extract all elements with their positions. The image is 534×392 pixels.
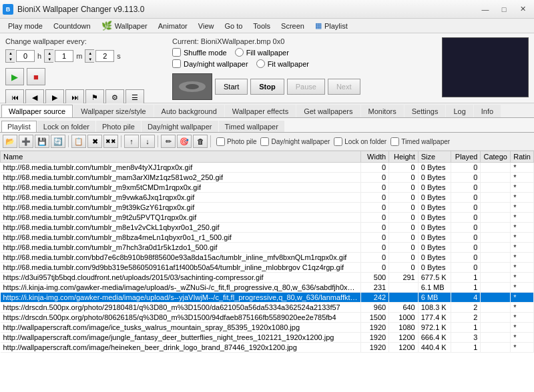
fill-wallpaper-radio[interactable]	[235, 48, 244, 57]
pl-edit-button[interactable]: ✏	[161, 135, 176, 148]
pause-button[interactable]: Pause	[287, 79, 325, 95]
pl-add-button[interactable]: ➕	[19, 135, 33, 148]
table-cell: http://68.media.tumblr.com/9d9bb319e5860…	[1, 263, 361, 273]
menu-countdown[interactable]: Countdown	[48, 19, 96, 33]
pl-up-button[interactable]: ↑	[124, 135, 139, 148]
hours-up[interactable]: ▲	[6, 50, 15, 56]
minutes-up[interactable]: ▲	[45, 50, 54, 56]
tab2-playlist[interactable]: Playlist	[1, 121, 37, 132]
table-row[interactable]: http://68.media.tumblr.com/tumblr_mam3ar…	[1, 173, 534, 183]
pl-lock-folder-cb[interactable]: Lock on folder	[334, 137, 386, 146]
table-row[interactable]: http://wallpaperscraft.com/image/jungle_…	[1, 333, 534, 343]
table-row[interactable]: http://68.media.tumblr.com/tumblr_m9t39k…	[1, 203, 534, 213]
shuffle-mode-checkbox[interactable]	[172, 48, 181, 57]
stop-small-button[interactable]: ■	[27, 68, 45, 85]
table-row[interactable]: https://i.kinja-img.com/gawker-media/ima…	[1, 293, 534, 303]
pl-open-button[interactable]: 📂	[3, 135, 17, 148]
table-row[interactable]: http://68.media.tumblr.com/tumblr_m9t2u5…	[1, 213, 534, 223]
tab2-lock-on-folder[interactable]: Lock on folder	[37, 121, 95, 132]
hours-down[interactable]: ▼	[6, 56, 15, 62]
seconds-down[interactable]: ▼	[85, 56, 95, 62]
tab2-timed-wallpaper[interactable]: Timed wallpaper	[219, 121, 284, 132]
col-header-categ[interactable]: Catego	[481, 151, 511, 163]
table-row[interactable]: https://d3ui957tjb5bqd.cloudfront.net/up…	[1, 273, 534, 283]
pl-copy-button[interactable]: 📋	[71, 135, 86, 148]
table-row[interactable]: https://i.kinja-img.com/gawker-media/ima…	[1, 283, 534, 293]
table-row[interactable]: http://68.media.tumblr.com/tumblr_m8e1v2…	[1, 223, 534, 233]
table-row[interactable]: http://68.media.tumblr.com/tumblr_m7hch3…	[1, 243, 534, 253]
minutes-input[interactable]	[55, 50, 73, 62]
tab2-day-night[interactable]: Day/night wallpaper	[142, 121, 218, 132]
table-row[interactable]: http://68.media.tumblr.com/9d9bb319e5860…	[1, 263, 534, 273]
table-row[interactable]: https://drscdn.500px.org/photo/29180481/…	[1, 303, 534, 313]
tab-auto-bg[interactable]: Auto background	[154, 105, 224, 117]
table-cell: 0	[389, 253, 419, 263]
tab-settings[interactable]: Settings	[405, 105, 446, 117]
menu-wallpaper[interactable]: 🌿 Wallpaper	[96, 19, 153, 33]
pl-remove-button[interactable]: ✖	[87, 135, 102, 148]
hours-input[interactable]	[16, 50, 35, 62]
day-night-checkbox[interactable]	[172, 59, 181, 68]
table-cell: 0	[451, 183, 481, 193]
menu-animator[interactable]: Animator	[153, 19, 193, 33]
fit-wallpaper-label[interactable]: Fit wallpaper	[256, 59, 309, 68]
day-night-label[interactable]: Day/night wallpaper	[172, 59, 248, 68]
col-header-rating[interactable]: Ratin	[511, 151, 534, 163]
menu-play-mode[interactable]: Play mode	[3, 19, 48, 33]
col-header-width[interactable]: Width	[361, 151, 389, 163]
shuffle-mode-label[interactable]: Shuffle mode	[172, 48, 227, 57]
seconds-spinner[interactable]: ▲ ▼	[85, 49, 94, 63]
maximize-button[interactable]: □	[495, 3, 513, 16]
pl-delete-button[interactable]: 🗑	[193, 135, 208, 148]
table-row[interactable]: http://wallpaperscraft.com/image/heineke…	[1, 343, 534, 353]
table-row[interactable]: http://68.media.tumblr.com/tumblr_m8bza4…	[1, 233, 534, 243]
tab2-photo-pile[interactable]: Photo pile	[96, 121, 141, 132]
table-row[interactable]: http://68.media.tumblr.com/tumblr_m9xm5t…	[1, 183, 534, 193]
table-row[interactable]: https://drscdn.500px.org/photo/80626185/…	[1, 313, 534, 323]
col-header-played[interactable]: Played	[451, 151, 481, 163]
svg-point-1	[186, 84, 199, 89]
minimize-button[interactable]: —	[477, 3, 494, 16]
minutes-down[interactable]: ▼	[45, 56, 54, 62]
pl-photo-pile-cb[interactable]: Photo pile	[216, 137, 256, 146]
tab-log[interactable]: Log	[446, 105, 473, 117]
menu-goto[interactable]: Go to	[219, 19, 248, 33]
play-button[interactable]: ▶	[5, 68, 24, 85]
col-header-name[interactable]: Name	[1, 151, 361, 163]
pl-target-button[interactable]: 🎯	[177, 135, 192, 148]
hours-spinner[interactable]: ▲ ▼	[5, 49, 15, 63]
menu-playlist[interactable]: ▦ Playlist	[310, 19, 353, 33]
col-header-height[interactable]: Height	[389, 151, 419, 163]
tab-wallpaper-size[interactable]: Wallpaper size/style	[73, 105, 153, 117]
control-area: Change wallpaper every: ▲ ▼ h ▲ ▼ m ▲ ▼ …	[0, 33, 534, 103]
table-row[interactable]: http://68.media.tumblr.com/tumblr_m9vwka…	[1, 193, 534, 203]
table-row[interactable]: http://wallpaperscraft.com/image/ice_tus…	[1, 323, 534, 333]
table-row[interactable]: http://68.media.tumblr.com/tumblr_men8v4…	[1, 163, 534, 173]
pl-remove-all-button[interactable]: ✖✖	[103, 135, 118, 148]
start-button[interactable]: Start	[215, 79, 248, 95]
tab-monitors[interactable]: Monitors	[361, 105, 404, 117]
minutes-spinner[interactable]: ▲ ▼	[44, 49, 53, 63]
next-main-button[interactable]: Next	[328, 79, 360, 95]
table-row[interactable]: http://68.media.tumblr.com/bbd7e6c8b910b…	[1, 253, 534, 263]
menu-view[interactable]: View	[193, 19, 220, 33]
tab-get-wallpapers[interactable]: Get wallpapers	[296, 105, 360, 117]
pl-refresh-button[interactable]: 🔄	[51, 135, 65, 148]
tab-wallpaper-effects[interactable]: Wallpaper effects	[225, 105, 296, 117]
pl-timed-cb[interactable]: Timed wallpaper	[390, 137, 450, 146]
menu-screen[interactable]: Screen	[276, 19, 310, 33]
seconds-up[interactable]: ▲	[85, 50, 95, 56]
pl-day-night-cb[interactable]: Day/night wallpaper	[260, 137, 330, 146]
menu-tools[interactable]: Tools	[248, 19, 276, 33]
tab-wallpaper-source[interactable]: Wallpaper source	[1, 105, 73, 117]
close-button[interactable]: ✕	[514, 3, 531, 16]
fit-wallpaper-radio[interactable]	[256, 59, 265, 68]
seconds-input[interactable]	[95, 50, 114, 62]
pl-save-button[interactable]: 💾	[35, 135, 49, 148]
tab-info[interactable]: Info	[474, 105, 501, 117]
stop-button[interactable]: Stop	[250, 79, 284, 95]
col-header-size[interactable]: Size	[418, 151, 451, 163]
pl-down-button[interactable]: ↓	[140, 135, 155, 148]
fill-wallpaper-label[interactable]: Fill wallpaper	[235, 48, 289, 57]
table-cell: 2	[451, 303, 481, 313]
